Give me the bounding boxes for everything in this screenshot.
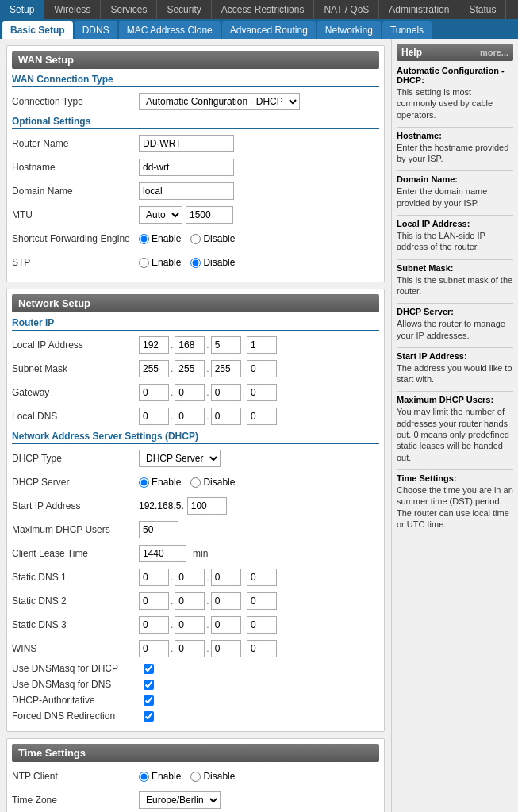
- forced-dns-label: Forced DNS Redirection: [12, 710, 139, 722]
- help-item-1-text: Enter the hostname provided by your ISP.: [397, 142, 513, 165]
- help-more-link[interactable]: more...: [480, 48, 508, 57]
- static-dns2-3[interactable]: [211, 592, 241, 610]
- local-dns-group: . . .: [139, 408, 277, 425]
- wins-4[interactable]: [247, 640, 277, 657]
- ntp-enable-radio[interactable]: [139, 772, 149, 782]
- static-dns3-label: Static DNS 3: [12, 619, 139, 630]
- shortcut-enable-label[interactable]: Enable: [139, 233, 181, 244]
- static-dns1-4[interactable]: [247, 569, 277, 586]
- start-ip-suffix-input[interactable]: [187, 497, 227, 515]
- use-dnsmasq-dhcp-checkbox[interactable]: [144, 664, 154, 674]
- local-ip-2[interactable]: [175, 336, 205, 354]
- gateway-4[interactable]: [247, 384, 277, 401]
- wins-2[interactable]: [175, 640, 205, 657]
- domain-name-input[interactable]: [139, 182, 234, 200]
- gateway-3[interactable]: [211, 384, 241, 401]
- stp-enable-radio[interactable]: [139, 258, 149, 268]
- dhcp-enable-radio[interactable]: [139, 477, 149, 488]
- connection-type-select[interactable]: Automatic Configuration - DHCP: [139, 93, 300, 110]
- static-dns1-2[interactable]: [175, 569, 205, 586]
- help-divider-6: [397, 391, 513, 392]
- top-nav-status[interactable]: Status: [459, 0, 506, 19]
- stp-enable-label[interactable]: Enable: [139, 257, 181, 268]
- sub-nav-tunnels[interactable]: Tunnels: [382, 21, 432, 39]
- local-dns-2[interactable]: [175, 408, 205, 425]
- top-nav-administration[interactable]: Administration: [379, 0, 459, 19]
- static-dns2-1[interactable]: [139, 592, 169, 610]
- shortcut-disable-label[interactable]: Disable: [190, 233, 235, 244]
- static-dns3-1[interactable]: [139, 616, 169, 634]
- help-item-2-text: Enter the domain name provided by your I…: [397, 186, 513, 209]
- hostname-label: Hostname: [12, 162, 139, 173]
- top-nav-setup[interactable]: Setup: [0, 0, 44, 19]
- network-setup-header: Network Setup: [12, 294, 379, 312]
- gateway-1[interactable]: [139, 384, 169, 401]
- shortcut-radio-group: Enable Disable: [139, 233, 235, 244]
- max-users-input[interactable]: [139, 521, 178, 538]
- subnet-1[interactable]: [139, 360, 169, 377]
- hostname-row: Hostname: [12, 158, 379, 177]
- use-dnsmasq-dns-checkbox[interactable]: [144, 680, 154, 690]
- local-ip-group: . . .: [139, 336, 277, 354]
- stp-disable-radio[interactable]: [190, 258, 201, 268]
- top-nav-nat-qos[interactable]: NAT / QoS: [314, 0, 379, 19]
- static-dns2-4[interactable]: [247, 592, 277, 610]
- help-divider-3: [397, 259, 513, 260]
- local-ip-value: . . .: [139, 336, 379, 354]
- router-name-input[interactable]: [139, 135, 234, 152]
- static-dns1-row: Static DNS 1 . . .: [12, 568, 379, 587]
- top-nav-wireless[interactable]: Wireless: [44, 0, 101, 19]
- help-divider-0: [397, 127, 513, 128]
- local-dns-3[interactable]: [211, 408, 241, 425]
- wins-1[interactable]: [139, 640, 169, 657]
- local-ip-3[interactable]: [211, 336, 241, 354]
- time-zone-select[interactable]: Europe/Berlin: [139, 791, 221, 809]
- sub-nav-mac-address-clone[interactable]: MAC Address Clone: [119, 21, 221, 39]
- local-dns-4[interactable]: [247, 408, 277, 425]
- local-dns-1[interactable]: [139, 408, 169, 425]
- lease-time-input[interactable]: [139, 545, 186, 562]
- help-item-6-text: The address you would like to start with…: [397, 362, 513, 385]
- top-nav-services[interactable]: Services: [101, 0, 157, 19]
- static-dns2-2[interactable]: [175, 592, 205, 610]
- dhcp-disable-radio[interactable]: [190, 477, 201, 488]
- router-ip-header: Router IP: [12, 317, 379, 331]
- local-ip-1[interactable]: [139, 336, 169, 354]
- ntp-disable-radio[interactable]: [190, 772, 201, 782]
- subnet-3[interactable]: [211, 360, 241, 377]
- gateway-value: . . .: [139, 384, 379, 401]
- forced-dns-checkbox[interactable]: [144, 711, 154, 722]
- sub-nav-networking[interactable]: Networking: [317, 21, 381, 39]
- static-dns1-3[interactable]: [211, 569, 241, 586]
- sub-nav-ddns[interactable]: DDNS: [75, 21, 117, 39]
- static-dns3-2[interactable]: [175, 616, 205, 634]
- static-dns3-4[interactable]: [247, 616, 277, 634]
- top-nav-access-restrictions[interactable]: Access Restrictions: [212, 0, 315, 19]
- subnet-2[interactable]: [175, 360, 205, 377]
- subnet-4[interactable]: [247, 360, 277, 377]
- sub-nav-basic-setup[interactable]: Basic Setup: [2, 21, 73, 39]
- dhcp-server-value: Enable Disable: [139, 477, 379, 488]
- static-dns1-1[interactable]: [139, 569, 169, 586]
- ntp-enable-label[interactable]: Enable: [139, 771, 181, 782]
- shortcut-value: Enable Disable: [139, 233, 379, 244]
- dhcp-disable-label[interactable]: Disable: [190, 477, 235, 488]
- mtu-select[interactable]: Auto: [139, 206, 182, 224]
- sub-nav-advanced-routing[interactable]: Advanced Routing: [222, 21, 316, 39]
- stp-disable-label[interactable]: Disable: [190, 257, 235, 268]
- shortcut-enable-radio[interactable]: [139, 234, 149, 244]
- shortcut-disable-radio[interactable]: [190, 234, 201, 244]
- local-ip-4[interactable]: [247, 336, 277, 354]
- top-nav-security[interactable]: Security: [157, 0, 211, 19]
- static-dns3-3[interactable]: [211, 616, 241, 634]
- help-item-5-title: DHCP Server:: [397, 307, 513, 316]
- hostname-input[interactable]: [139, 159, 234, 176]
- dhcp-enable-label[interactable]: Enable: [139, 477, 181, 488]
- gateway-2[interactable]: [175, 384, 205, 401]
- ntp-disable-label[interactable]: Disable: [190, 771, 235, 782]
- dhcp-type-select[interactable]: DHCP Server: [139, 450, 221, 467]
- mtu-input[interactable]: [186, 206, 233, 224]
- start-ip-label: Start IP Address: [12, 500, 139, 511]
- wins-3[interactable]: [211, 640, 241, 657]
- dhcp-authoritative-checkbox[interactable]: [144, 695, 154, 706]
